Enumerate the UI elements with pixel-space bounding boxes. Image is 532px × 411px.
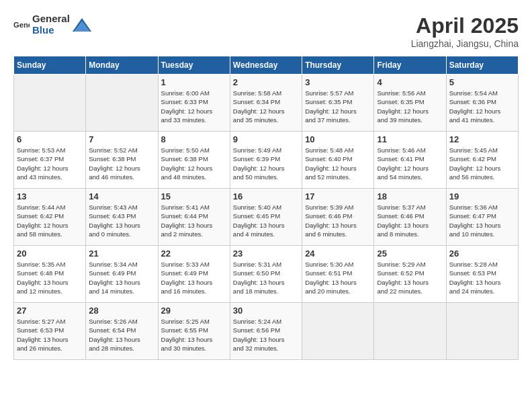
calendar-cell bbox=[446, 303, 518, 360]
day-info: Sunrise: 5:45 AM Sunset: 6:42 PM Dayligh… bbox=[449, 146, 515, 181]
calendar-cell: 24Sunrise: 5:30 AM Sunset: 6:51 PM Dayli… bbox=[302, 246, 374, 303]
day-info: Sunrise: 5:50 AM Sunset: 6:38 PM Dayligh… bbox=[161, 146, 227, 181]
col-header-monday: Monday bbox=[86, 56, 158, 75]
day-info: Sunrise: 5:43 AM Sunset: 6:43 PM Dayligh… bbox=[89, 203, 154, 238]
calendar-cell: 13Sunrise: 5:44 AM Sunset: 6:42 PM Dayli… bbox=[14, 189, 86, 246]
calendar-cell: 11Sunrise: 5:46 AM Sunset: 6:41 PM Dayli… bbox=[374, 132, 446, 189]
day-number: 5 bbox=[449, 77, 515, 87]
calendar-cell: 28Sunrise: 5:26 AM Sunset: 6:54 PM Dayli… bbox=[86, 303, 158, 360]
day-info: Sunrise: 5:41 AM Sunset: 6:44 PM Dayligh… bbox=[161, 203, 227, 238]
col-header-wednesday: Wednesday bbox=[230, 56, 302, 75]
logo: General General Blue bbox=[13, 13, 91, 36]
day-number: 16 bbox=[233, 191, 299, 201]
day-number: 11 bbox=[377, 134, 443, 144]
calendar-cell: 30Sunrise: 5:24 AM Sunset: 6:56 PM Dayli… bbox=[230, 303, 302, 360]
col-header-sunday: Sunday bbox=[14, 56, 86, 75]
calendar-cell: 26Sunrise: 5:28 AM Sunset: 6:53 PM Dayli… bbox=[446, 246, 518, 303]
week-row-2: 6Sunrise: 5:53 AM Sunset: 6:37 PM Daylig… bbox=[14, 132, 519, 189]
logo-general: General bbox=[32, 13, 70, 25]
calendar-cell: 23Sunrise: 5:31 AM Sunset: 6:50 PM Dayli… bbox=[230, 246, 302, 303]
calendar-cell: 3Sunrise: 5:57 AM Sunset: 6:35 PM Daylig… bbox=[302, 75, 374, 132]
day-number: 10 bbox=[305, 134, 371, 144]
month-title: April 2025 bbox=[411, 13, 519, 38]
day-info: Sunrise: 5:52 AM Sunset: 6:38 PM Dayligh… bbox=[89, 146, 154, 181]
week-row-5: 27Sunrise: 5:27 AM Sunset: 6:53 PM Dayli… bbox=[14, 303, 519, 360]
day-info: Sunrise: 5:35 AM Sunset: 6:48 PM Dayligh… bbox=[17, 260, 83, 295]
day-number: 27 bbox=[17, 306, 83, 316]
calendar-cell: 7Sunrise: 5:52 AM Sunset: 6:38 PM Daylig… bbox=[86, 132, 158, 189]
day-info: Sunrise: 5:54 AM Sunset: 6:36 PM Dayligh… bbox=[449, 89, 515, 124]
day-info: Sunrise: 5:29 AM Sunset: 6:52 PM Dayligh… bbox=[377, 260, 443, 295]
day-number: 25 bbox=[377, 248, 443, 259]
calendar-cell: 4Sunrise: 5:56 AM Sunset: 6:35 PM Daylig… bbox=[374, 75, 446, 132]
day-number: 14 bbox=[89, 191, 154, 201]
location: Liangzhai, Jiangsu, China bbox=[411, 38, 519, 49]
week-row-3: 13Sunrise: 5:44 AM Sunset: 6:42 PM Dayli… bbox=[14, 189, 519, 246]
day-number: 29 bbox=[161, 306, 227, 316]
calendar-cell: 17Sunrise: 5:39 AM Sunset: 6:46 PM Dayli… bbox=[302, 189, 374, 246]
calendar-cell: 15Sunrise: 5:41 AM Sunset: 6:44 PM Dayli… bbox=[158, 189, 230, 246]
day-number: 30 bbox=[233, 306, 299, 316]
calendar-cell: 10Sunrise: 5:48 AM Sunset: 6:40 PM Dayli… bbox=[302, 132, 374, 189]
day-info: Sunrise: 5:53 AM Sunset: 6:37 PM Dayligh… bbox=[17, 146, 83, 181]
day-number: 6 bbox=[17, 134, 83, 144]
day-info: Sunrise: 5:34 AM Sunset: 6:49 PM Dayligh… bbox=[89, 260, 154, 295]
day-info: Sunrise: 5:25 AM Sunset: 6:55 PM Dayligh… bbox=[161, 317, 227, 353]
col-header-thursday: Thursday bbox=[302, 56, 374, 75]
calendar-cell: 25Sunrise: 5:29 AM Sunset: 6:52 PM Dayli… bbox=[374, 246, 446, 303]
day-info: Sunrise: 5:57 AM Sunset: 6:35 PM Dayligh… bbox=[305, 89, 371, 124]
page-header: General General Blue April 2025 Liangzha… bbox=[13, 13, 519, 49]
day-number: 20 bbox=[17, 248, 83, 259]
day-number: 15 bbox=[161, 191, 227, 201]
day-info: Sunrise: 5:40 AM Sunset: 6:45 PM Dayligh… bbox=[233, 203, 299, 238]
svg-text:General: General bbox=[13, 21, 30, 29]
col-header-tuesday: Tuesday bbox=[158, 56, 230, 75]
day-info: Sunrise: 5:28 AM Sunset: 6:53 PM Dayligh… bbox=[449, 260, 515, 295]
logo-icon: General bbox=[13, 19, 30, 31]
calendar-cell bbox=[14, 75, 86, 132]
day-info: Sunrise: 5:56 AM Sunset: 6:35 PM Dayligh… bbox=[377, 89, 443, 124]
day-number: 13 bbox=[17, 191, 83, 201]
logo-blue: Blue bbox=[32, 25, 70, 36]
day-info: Sunrise: 6:00 AM Sunset: 6:33 PM Dayligh… bbox=[161, 89, 227, 124]
calendar-cell: 14Sunrise: 5:43 AM Sunset: 6:43 PM Dayli… bbox=[86, 189, 158, 246]
day-number: 7 bbox=[89, 134, 154, 144]
week-row-4: 20Sunrise: 5:35 AM Sunset: 6:48 PM Dayli… bbox=[14, 246, 519, 303]
day-info: Sunrise: 5:37 AM Sunset: 6:46 PM Dayligh… bbox=[377, 203, 443, 238]
calendar-cell: 21Sunrise: 5:34 AM Sunset: 6:49 PM Dayli… bbox=[86, 246, 158, 303]
day-info: Sunrise: 5:33 AM Sunset: 6:49 PM Dayligh… bbox=[161, 260, 227, 295]
calendar-cell bbox=[374, 303, 446, 360]
day-info: Sunrise: 5:58 AM Sunset: 6:34 PM Dayligh… bbox=[233, 89, 299, 124]
day-info: Sunrise: 5:46 AM Sunset: 6:41 PM Dayligh… bbox=[377, 146, 443, 181]
calendar-cell: 6Sunrise: 5:53 AM Sunset: 6:37 PM Daylig… bbox=[14, 132, 86, 189]
day-number: 9 bbox=[233, 134, 299, 144]
calendar-cell: 16Sunrise: 5:40 AM Sunset: 6:45 PM Dayli… bbox=[230, 189, 302, 246]
day-number: 21 bbox=[89, 248, 154, 259]
day-info: Sunrise: 5:26 AM Sunset: 6:54 PM Dayligh… bbox=[89, 317, 154, 353]
day-number: 1 bbox=[161, 77, 227, 87]
calendar-cell: 22Sunrise: 5:33 AM Sunset: 6:49 PM Dayli… bbox=[158, 246, 230, 303]
calendar-cell: 27Sunrise: 5:27 AM Sunset: 6:53 PM Dayli… bbox=[14, 303, 86, 360]
calendar-cell: 2Sunrise: 5:58 AM Sunset: 6:34 PM Daylig… bbox=[230, 75, 302, 132]
calendar-table: SundayMondayTuesdayWednesdayThursdayFrid… bbox=[13, 56, 519, 360]
day-number: 22 bbox=[161, 248, 227, 259]
col-header-saturday: Saturday bbox=[446, 56, 518, 75]
day-number: 18 bbox=[377, 191, 443, 201]
day-info: Sunrise: 5:48 AM Sunset: 6:40 PM Dayligh… bbox=[305, 146, 371, 181]
day-info: Sunrise: 5:27 AM Sunset: 6:53 PM Dayligh… bbox=[17, 317, 83, 353]
day-info: Sunrise: 5:44 AM Sunset: 6:42 PM Dayligh… bbox=[17, 203, 83, 238]
day-number: 26 bbox=[449, 248, 515, 259]
day-info: Sunrise: 5:31 AM Sunset: 6:50 PM Dayligh… bbox=[233, 260, 299, 295]
day-number: 8 bbox=[161, 134, 227, 144]
day-number: 17 bbox=[305, 191, 371, 201]
header-row: SundayMondayTuesdayWednesdayThursdayFrid… bbox=[14, 56, 519, 75]
calendar-cell: 8Sunrise: 5:50 AM Sunset: 6:38 PM Daylig… bbox=[158, 132, 230, 189]
calendar-cell: 20Sunrise: 5:35 AM Sunset: 6:48 PM Dayli… bbox=[14, 246, 86, 303]
calendar-cell: 1Sunrise: 6:00 AM Sunset: 6:33 PM Daylig… bbox=[158, 75, 230, 132]
day-number: 23 bbox=[233, 248, 299, 259]
day-info: Sunrise: 5:24 AM Sunset: 6:56 PM Dayligh… bbox=[233, 317, 299, 353]
day-info: Sunrise: 5:36 AM Sunset: 6:47 PM Dayligh… bbox=[449, 203, 515, 238]
calendar-cell: 19Sunrise: 5:36 AM Sunset: 6:47 PM Dayli… bbox=[446, 189, 518, 246]
day-number: 12 bbox=[449, 134, 515, 144]
day-info: Sunrise: 5:30 AM Sunset: 6:51 PM Dayligh… bbox=[305, 260, 371, 295]
